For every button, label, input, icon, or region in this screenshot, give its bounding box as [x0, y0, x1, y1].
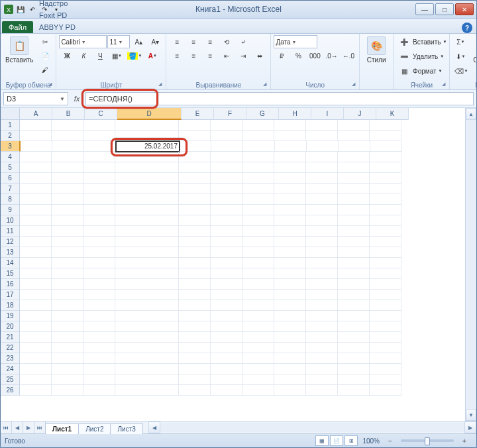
cell[interactable]: [274, 385, 306, 396]
cell[interactable]: [211, 247, 242, 258]
cell[interactable]: [338, 173, 370, 184]
percent-button[interactable]: %: [290, 49, 306, 62]
cell[interactable]: [370, 321, 401, 332]
cell[interactable]: [211, 258, 242, 268]
cell[interactable]: [338, 279, 370, 290]
cell[interactable]: [338, 364, 370, 374]
cell[interactable]: [83, 162, 115, 173]
cell[interactable]: [274, 353, 306, 364]
currency-button[interactable]: ₽: [274, 49, 290, 62]
cell[interactable]: [274, 279, 306, 290]
cell[interactable]: [115, 184, 179, 194]
fill-button[interactable]: ⬇▼: [452, 50, 468, 63]
format-cells-button[interactable]: ▦Формат▼: [396, 64, 447, 78]
column-header[interactable]: G: [246, 108, 279, 120]
row-header[interactable]: 2: [1, 131, 20, 141]
cell[interactable]: [179, 332, 211, 343]
cell[interactable]: [338, 226, 370, 237]
cell[interactable]: [306, 290, 338, 300]
cell[interactable]: [274, 364, 306, 374]
cell[interactable]: [211, 300, 242, 311]
cell[interactable]: [20, 173, 52, 184]
cell[interactable]: [338, 268, 370, 279]
number-format-combo[interactable]: Дата▼: [274, 35, 317, 48]
cell[interactable]: [179, 247, 211, 258]
help-icon[interactable]: ?: [462, 23, 472, 33]
cell[interactable]: [274, 120, 306, 131]
cell[interactable]: [306, 173, 338, 184]
cell[interactable]: [52, 374, 83, 385]
row-header[interactable]: 9: [1, 205, 20, 215]
cell[interactable]: [20, 321, 52, 332]
cell[interactable]: [115, 374, 179, 385]
cell[interactable]: [274, 226, 306, 237]
cell[interactable]: [211, 226, 242, 237]
cell[interactable]: [274, 173, 306, 184]
cell[interactable]: [21, 141, 52, 152]
cell[interactable]: [179, 268, 211, 279]
column-header[interactable]: E: [182, 108, 214, 120]
grow-font-button[interactable]: A▴: [131, 35, 146, 48]
cell[interactable]: [115, 226, 179, 237]
column-header[interactable]: B: [52, 108, 85, 120]
cell[interactable]: [242, 311, 274, 321]
cell[interactable]: [306, 215, 338, 226]
italic-button[interactable]: К: [76, 49, 91, 62]
cell[interactable]: [20, 353, 52, 364]
row-header[interactable]: 11: [1, 226, 20, 237]
ribbon-tab[interactable]: Надстро: [35, 0, 80, 9]
row-header[interactable]: 17: [1, 290, 20, 300]
cell[interactable]: [274, 300, 306, 311]
cell[interactable]: [83, 279, 115, 290]
zoom-out-button[interactable]: −: [382, 434, 398, 447]
indent-dec-button[interactable]: ⇤: [219, 49, 235, 62]
cell[interactable]: [306, 226, 338, 237]
cell[interactable]: [83, 194, 115, 205]
cell[interactable]: [339, 141, 370, 152]
scroll-right-button[interactable]: ▶: [464, 421, 476, 433]
cell[interactable]: [20, 311, 52, 321]
cell[interactable]: [242, 353, 274, 364]
row-header[interactable]: 12: [1, 237, 20, 247]
align-middle-button[interactable]: ≡: [186, 35, 201, 48]
cell[interactable]: [52, 162, 83, 173]
column-header[interactable]: F: [214, 108, 246, 120]
cell[interactable]: [370, 173, 401, 184]
cell[interactable]: [83, 120, 115, 131]
cell[interactable]: [211, 364, 242, 374]
sheet-tab[interactable]: Лист2: [78, 423, 111, 434]
cell[interactable]: [83, 205, 115, 215]
cell[interactable]: [211, 141, 243, 152]
row-header[interactable]: 25: [1, 374, 20, 385]
cell[interactable]: [211, 173, 242, 184]
minimize-button[interactable]: —: [415, 3, 434, 15]
cell[interactable]: [370, 131, 401, 141]
row-header[interactable]: 8: [1, 194, 20, 205]
cell[interactable]: [83, 290, 115, 300]
cell[interactable]: [242, 321, 274, 332]
cell[interactable]: [242, 364, 274, 374]
cell[interactable]: [338, 300, 370, 311]
cell[interactable]: [52, 332, 83, 343]
cell[interactable]: [306, 279, 338, 290]
cell[interactable]: [179, 290, 211, 300]
cell[interactable]: [52, 258, 83, 268]
underline-button[interactable]: Ч: [92, 49, 108, 62]
cell[interactable]: [179, 321, 211, 332]
cell[interactable]: [52, 321, 83, 332]
bold-button[interactable]: Ж: [59, 49, 75, 62]
cell[interactable]: [274, 290, 306, 300]
cell[interactable]: [338, 120, 370, 131]
cell[interactable]: [338, 343, 370, 353]
comma-button[interactable]: 000: [307, 49, 323, 62]
cell[interactable]: [115, 279, 179, 290]
cell[interactable]: [20, 364, 52, 374]
row-header[interactable]: 1: [1, 120, 20, 131]
cell[interactable]: [179, 300, 211, 311]
cell[interactable]: [115, 332, 179, 343]
zoom-slider[interactable]: [401, 439, 454, 442]
cell[interactable]: [115, 152, 179, 162]
cell[interactable]: [83, 300, 115, 311]
align-left-button[interactable]: ≡: [169, 49, 185, 62]
cell[interactable]: [306, 247, 338, 258]
